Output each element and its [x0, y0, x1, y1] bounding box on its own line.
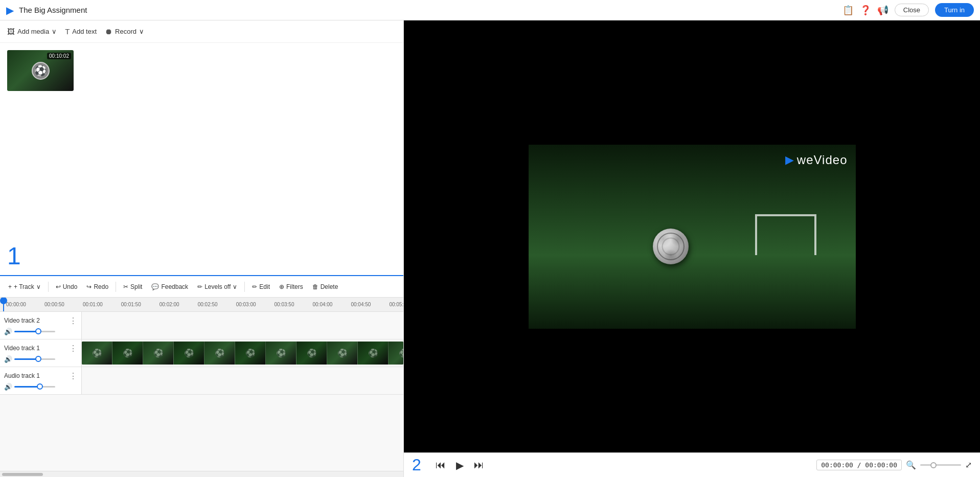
split-button[interactable]: ✂ Split: [119, 281, 146, 292]
media-duration: 00:10:02: [47, 53, 71, 59]
timeline-scrollbar[interactable]: [0, 471, 403, 477]
track-controls: 🔊: [4, 383, 77, 391]
video-track-1-volume[interactable]: [14, 358, 55, 360]
video-track-2-volume[interactable]: [14, 331, 55, 332]
preview-video-bg: ▶ weVideo: [404, 20, 980, 452]
play-button[interactable]: ▶: [456, 459, 464, 471]
volume-icon: 🔊: [4, 355, 12, 363]
redo-button[interactable]: ↪ Redo: [82, 281, 112, 292]
topbar-left: ▶ The Big Assignment: [6, 4, 87, 16]
add-text-button[interactable]: T Add text: [65, 27, 97, 36]
edit-button[interactable]: ✏ Edit: [248, 281, 274, 292]
track-controls: 🔊: [4, 328, 77, 335]
expand-button[interactable]: ⤢: [965, 460, 972, 470]
record-icon: ⏺: [105, 27, 112, 36]
playback-controls: 2 ⏮ ▶ ⏭ 00:00:00 / 00:00:00 🔍 ⤢: [404, 452, 980, 477]
tracks-container: Video track 2 ⋮ 🔊: [0, 312, 403, 471]
forward-button[interactable]: ⏭: [474, 459, 484, 471]
edit-icon: ✏: [252, 283, 257, 290]
ruler-tick: 00:00:50: [44, 302, 64, 307]
zoom-slider[interactable]: [920, 464, 961, 466]
project-title: The Big Assignment: [19, 6, 87, 14]
wevideo-logo: ▶ weVideo: [785, 153, 848, 167]
track-label-top: Video track 2 ⋮: [4, 316, 77, 326]
playhead[interactable]: [3, 298, 4, 311]
filters-icon: ⊕: [279, 283, 284, 290]
undo-icon: ↩: [56, 283, 61, 290]
ruler-tick: 00:01:50: [121, 302, 141, 307]
film-frame: ⚽: [266, 342, 297, 365]
rewind-button[interactable]: ⏮: [436, 459, 446, 471]
film-frame: ⚽: [327, 342, 358, 365]
audio-clip-area: [82, 369, 403, 392]
playback-right: 00:00:00 / 00:00:00 🔍 ⤢: [816, 460, 972, 470]
film-frame: ⚽: [82, 342, 112, 365]
goal-post: [755, 214, 816, 255]
redo-icon: ↪: [86, 283, 92, 290]
video-track-1-content[interactable]: ⚽ ⚽ ⚽ ⚽ ⚽ ⚽ ⚽ ⚽ ⚽ ⚽ ⚽ ⚽: [82, 339, 403, 367]
step1-label: 1: [0, 237, 403, 275]
video-track-1-row: Video track 1 ⋮ 🔊 ⚽ ⚽: [0, 339, 403, 367]
right-panel: ▶ weVideo 2 ⏮ ▶ ⏭ 00:00:00 / 00:00:00 🔍 …: [404, 20, 980, 477]
step2-label: 2: [412, 456, 421, 474]
main-layout: 🖼 Add media ∨ T Add text ⏺ Record ∨ ⚽ 00…: [0, 20, 980, 477]
topbar-right: 📋 ❓ 📢 Close Turn in: [842, 3, 974, 17]
video-clip[interactable]: ⚽ ⚽ ⚽ ⚽ ⚽ ⚽ ⚽ ⚽ ⚽ ⚽ ⚽ ⚽: [82, 342, 403, 365]
track-label-top: Video track 1 ⋮: [4, 344, 77, 353]
ruler-tick: 00:02:50: [198, 302, 218, 307]
soccer-ball: [653, 229, 689, 264]
time-display: 00:00:00 / 00:00:00: [816, 460, 902, 470]
undo-button[interactable]: ↩ Undo: [52, 281, 82, 292]
video-track-2-content[interactable]: [82, 312, 403, 339]
filters-button[interactable]: ⊕ Filters: [275, 281, 307, 292]
video-track-2-name: Video track 2: [4, 317, 40, 324]
video-track-1-menu[interactable]: ⋮: [69, 344, 77, 353]
video-track-2-label: Video track 2 ⋮ 🔊: [0, 312, 82, 339]
record-button[interactable]: ⏺ Record ∨: [105, 27, 144, 36]
audio-track-1-label: Audio track 1 ⋮ 🔊: [0, 367, 82, 394]
audio-track-1-menu[interactable]: ⋮: [69, 371, 77, 381]
playback-left: 2 ⏮ ▶ ⏭: [412, 456, 484, 474]
add-media-button[interactable]: 🖼 Add media ∨: [7, 27, 57, 36]
video-track-2-menu[interactable]: ⋮: [69, 316, 77, 326]
volume-icon: 🔊: [4, 383, 12, 391]
audio-track-1-volume[interactable]: [14, 386, 55, 388]
media-thumbnail[interactable]: ⚽ 00:10:02: [7, 50, 74, 91]
megaphone-icon[interactable]: 📢: [877, 5, 888, 16]
levels-icon: ✏: [197, 283, 202, 290]
track-label-top: Audio track 1 ⋮: [4, 371, 77, 381]
soccer-preview: ▶ weVideo: [529, 145, 856, 329]
audio-track-1-name: Audio track 1: [4, 372, 40, 379]
separator: [48, 282, 49, 292]
split-icon: ✂: [123, 283, 128, 290]
film-frame: ⚽: [297, 342, 327, 365]
film-frame: ⚽: [143, 342, 174, 365]
delete-button[interactable]: 🗑 Delete: [308, 281, 343, 292]
add-track-button[interactable]: + + Track ∨: [4, 281, 45, 292]
timeline-toolbar: + + Track ∨ ↩ Undo ↪ Redo ✂ Split 💬 Feed…: [0, 275, 403, 298]
help-icon[interactable]: ❓: [860, 5, 871, 16]
feedback-button[interactable]: 💬 Feedback: [147, 281, 192, 292]
ruler-tick: 00:04:00: [313, 302, 333, 307]
left-panel: 🖼 Add media ∨ T Add text ⏺ Record ∨ ⚽ 00…: [0, 20, 404, 477]
clipboard-icon[interactable]: 📋: [842, 5, 854, 16]
wevideo-arrow: ▶: [785, 153, 794, 167]
scroll-thumb[interactable]: [2, 473, 43, 476]
track-controls: 🔊: [4, 355, 77, 363]
ruler-tick: 00:01:00: [83, 302, 103, 307]
ruler-tick: 00:03:50: [275, 302, 294, 307]
ruler-tick: 00:00:00: [6, 302, 26, 307]
film-frame: ⚽: [358, 342, 389, 365]
film-frame: ⚽: [389, 342, 403, 365]
audio-track-1-content[interactable]: [82, 367, 403, 394]
film-frame: ⚽: [112, 342, 143, 365]
zoom-search-button[interactable]: 🔍: [906, 460, 916, 470]
film-frame: ⚽: [235, 342, 266, 365]
ruler-tick: 00:05:00: [389, 302, 403, 307]
wevideo-name: weVideo: [797, 153, 848, 167]
turnin-button[interactable]: Turn in: [935, 3, 974, 17]
close-button[interactable]: Close: [895, 4, 929, 16]
film-frame: ⚽: [204, 342, 235, 365]
ball-icon: ⚽: [32, 62, 50, 80]
levels-button[interactable]: ✏ Levels off ∨: [193, 281, 241, 292]
